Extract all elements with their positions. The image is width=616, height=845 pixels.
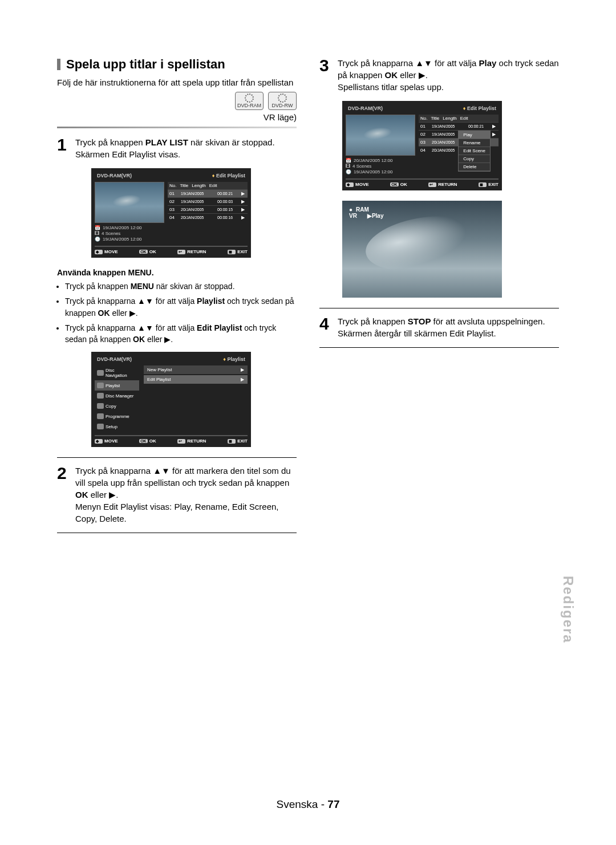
step-1-num: 1 (57, 136, 70, 160)
divider-thin (57, 533, 297, 533)
menu-heading: Använda knappen MENU. (57, 268, 297, 277)
step-4: 4 Tryck på knappen STOP för att avsluta … (319, 315, 559, 339)
section-title-text: Spela upp titlar i spellistan (66, 57, 225, 72)
playback-image: ●RAM VR▶Play (342, 201, 502, 298)
divider-thin (319, 308, 559, 308)
screen-edit-playlist-2: DVD-RAM(VR) ♦ Edit Playlist 📅20/JAN/2005… (342, 101, 502, 190)
intro-text: Följ de här instruktionerna för att spel… (57, 78, 297, 87)
screen2-rightmenu: New Playlist▶ Edit Playlist▶ (144, 365, 248, 432)
step-1-text: Tryck på knappen PLAY LIST när skivan är… (75, 136, 297, 160)
dvd-ram-icon: DVD-RAM (235, 92, 264, 110)
manual-page: Spela upp titlar i spellistan Följ de hä… (0, 0, 616, 821)
screen-edit-playlist-1: DVD-RAM(VR) ♦ Edit Playlist 📅19/JAN/2005… (91, 168, 251, 258)
list-row: 0119/JAN/200500:00:21▶ (168, 189, 248, 197)
playlist-thumbnail (346, 115, 415, 156)
divider-thin (57, 457, 297, 458)
screen-playback: ●RAM VR▶Play (342, 201, 502, 298)
playlist-thumbnail (95, 182, 164, 223)
screen1-footer: ◆MOVE OKOK ↩RETURN ◼EXIT (95, 246, 248, 254)
step-2: 2 Tryck på knapparna ▲▼ för att markera … (57, 465, 297, 525)
vr-mode-label: VR läge) (57, 112, 297, 122)
section-title: Spela upp titlar i spellistan (57, 57, 297, 72)
list-row: 0320/JAN/200500:00:15▶ (168, 205, 248, 213)
screen1-list: No. Title Length Edit 0119/JAN/200500:00… (168, 182, 248, 242)
screen1-title: Edit Playlist (216, 173, 245, 178)
section-bar-icon (57, 59, 60, 70)
playback-overlay: ●RAM VR▶Play (349, 206, 383, 219)
step-1: 1 Tryck på knappen PLAY LIST när skivan … (57, 136, 297, 160)
list-row: 0420/JAN/200500:00:16▶ (168, 213, 248, 221)
step-3: 3 Tryck på knapparna ▲▼ för att välja Pl… (319, 57, 559, 93)
screen1-type: DVD-RAM(VR) (97, 173, 132, 178)
edit-context-menu: Play Rename Edit Scene Copy Delete (458, 131, 491, 172)
disc-icons: DVD-RAM DVD-RW (57, 92, 297, 110)
screen2-footer: ◆MOVE OKOK ↩RETURN ◼EXIT (95, 435, 248, 444)
two-column-layout: Spela upp titlar i spellistan Följ de hä… (57, 57, 559, 540)
page-footer: Svenska - 77 (0, 798, 616, 811)
side-tab: Redigera (560, 576, 576, 644)
right-column: 3 Tryck på knapparna ▲▼ för att välja Pl… (319, 57, 559, 540)
divider-thin (319, 347, 559, 348)
list-row: 0219/JAN/200500:00:03▶ (168, 197, 248, 205)
menu-bullets: Tryck på knappen MENU när skivan är stop… (57, 281, 297, 345)
dvd-rw-icon: DVD-RW (268, 92, 297, 110)
screen1-meta: 📅19/JAN/2005 12:00 🎞4 Scenes 🕒19/JAN/200… (95, 225, 164, 242)
divider-grad (57, 127, 297, 128)
screen2-sidemenu: Disc Navigation Playlist Disc Manager Co… (95, 365, 139, 432)
left-column: Spela upp titlar i spellistan Följ de hä… (57, 57, 297, 540)
screen-playlist-menu: DVD-RAM(VR) ♦ Playlist Disc Navigation P… (91, 352, 251, 447)
